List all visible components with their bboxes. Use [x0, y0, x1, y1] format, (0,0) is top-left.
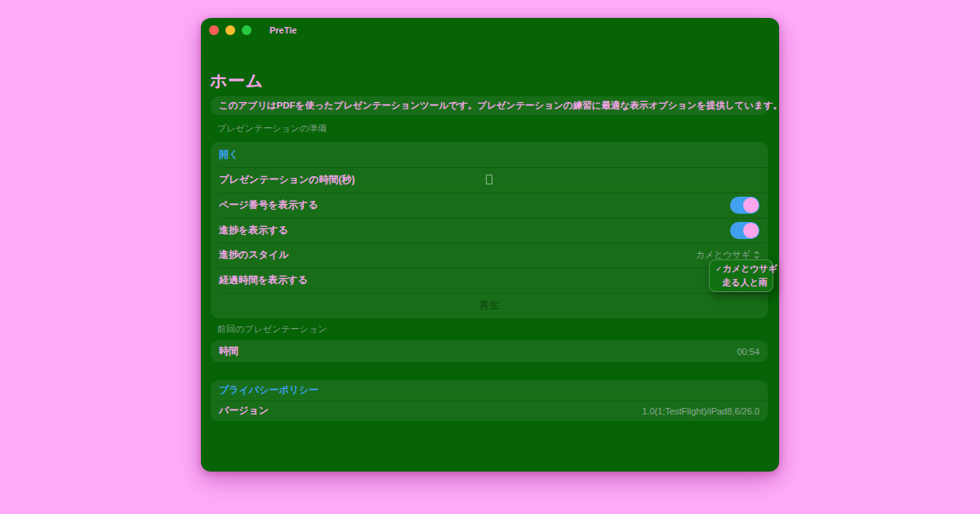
menu-item-label: カメとウサギ	[722, 263, 777, 275]
privacy-policy-link[interactable]: プライバシーポリシー	[219, 383, 318, 397]
checkmark-icon: ✓	[715, 264, 722, 273]
chevron-up-down-icon	[754, 250, 760, 259]
app-window: PreTie ホーム このアプリはPDFを使ったプレゼンテーションツールです。プ…	[201, 18, 779, 472]
page-number-label: ページ番号を表示する	[219, 198, 318, 212]
duration-label: プレゼンテーションの時間(秒)	[219, 173, 355, 187]
page-number-toggle[interactable]	[730, 197, 760, 214]
menu-item-kame-usagi[interactable]: ✓ カメとウサギ	[710, 262, 773, 276]
zoom-button[interactable]	[242, 25, 252, 35]
time-value: 00:54	[737, 347, 760, 357]
play-row: 再生	[211, 293, 768, 318]
traffic-lights	[201, 25, 252, 35]
version-value: 1.0(1;TestFlight)/iPad8,6/26.0	[642, 406, 760, 416]
menu-item-hashiru-hito[interactable]: 走る人と雨	[710, 276, 773, 290]
progress-style-label: 進捗のスタイル	[219, 248, 288, 262]
page-title: ホーム	[210, 69, 263, 92]
elapsed-time-label: 経過時間を表示する	[219, 273, 308, 287]
toggle-knob	[743, 197, 759, 213]
version-label: バージョン	[219, 404, 269, 418]
page-number-row: ページ番号を表示する	[211, 193, 768, 218]
close-button[interactable]	[209, 25, 219, 35]
version-row: バージョン 1.0(1;TestFlight)/iPad8,6/26.0	[211, 401, 768, 421]
progress-row: 進捗を表示する	[211, 218, 768, 243]
section-header-preparation: プレゼンテーションの準備	[217, 122, 327, 135]
duration-field[interactable]	[486, 175, 492, 184]
section-header-last-presentation: 前回のプレゼンテーション	[217, 323, 327, 335]
progress-style-row: 進捗のスタイル カメとウサギ	[211, 242, 768, 268]
title-bar: PreTie	[201, 18, 779, 42]
toggle-knob	[743, 223, 759, 238]
duration-row: プレゼンテーションの時間(秒)	[211, 167, 768, 193]
progress-toggle[interactable]	[730, 222, 760, 239]
time-label: 時間	[219, 344, 238, 358]
open-row[interactable]: 開く	[211, 142, 768, 167]
open-link[interactable]: 開く	[219, 148, 238, 162]
play-button[interactable]: 再生	[479, 299, 499, 312]
elapsed-time-row: 経過時間を表示する	[211, 268, 768, 293]
minimize-button[interactable]	[225, 25, 235, 35]
description-card: このアプリはPDFを使ったプレゼンテーションツールです。プレゼンテーションの練習…	[211, 96, 768, 115]
preparation-card: 開く プレゼンテーションの時間(秒) ページ番号を表示する 進捗を表示する 進捗…	[211, 142, 768, 318]
progress-label: 進捗を表示する	[219, 224, 288, 237]
menu-item-label: 走る人と雨	[722, 277, 768, 289]
window-title: PreTie	[270, 25, 296, 35]
app-description: このアプリはPDFを使ったプレゼンテーションツールです。プレゼンテーションの練習…	[219, 100, 782, 112]
last-time-card: 時間 00:54	[211, 340, 768, 362]
about-card: プライバシーポリシー バージョン 1.0(1;TestFlight)/iPad8…	[211, 380, 768, 421]
progress-style-menu: ✓ カメとウサギ 走る人と雨	[709, 259, 773, 292]
privacy-policy-row[interactable]: プライバシーポリシー	[211, 380, 768, 401]
